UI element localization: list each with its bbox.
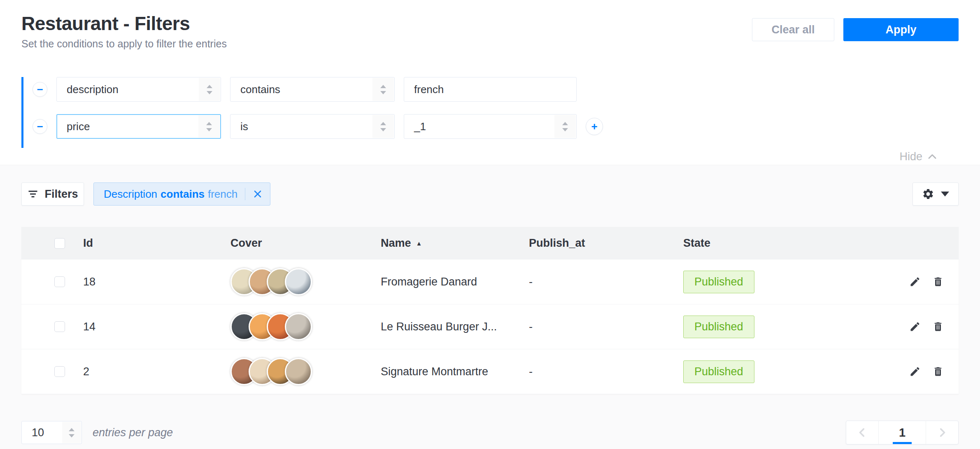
delete-button[interactable] [932,366,944,377]
next-page-button[interactable] [926,421,958,444]
cell-publish-at: - [529,276,683,288]
delete-button[interactable] [932,321,944,332]
delete-button[interactable] [932,276,944,288]
filter-tag-value: french [208,188,237,201]
filter-rows: − description contains − price i [21,77,959,148]
row-checkbox[interactable] [54,321,65,332]
filter-value-select[interactable]: _1 [404,114,577,139]
filter-field-value: description [67,83,119,96]
cell-publish-at: - [529,365,683,378]
column-header-publish-at[interactable]: Publish_at [529,237,683,250]
filter-icon [27,188,39,200]
filter-operator-value: is [240,120,248,133]
remove-filter-button[interactable]: − [33,82,47,97]
edit-button[interactable] [909,321,921,332]
status-badge: Published [683,316,754,338]
trash-icon [932,321,944,332]
add-filter-button[interactable]: + [586,118,603,135]
page-size-select[interactable]: 10 [21,421,82,444]
filters-button-label: Filters [44,188,78,201]
current-page-indicator [893,442,912,444]
row-checkbox[interactable] [54,276,65,287]
filter-field-select[interactable]: description [56,77,221,102]
sort-asc-icon: ▲ [416,240,422,247]
cell-publish-at: - [529,320,683,333]
column-header-name[interactable]: Name ▲ [381,237,529,250]
filter-row: − price is _1 + [33,114,959,139]
pencil-icon [909,366,921,377]
entries-per-page-label: entries per page [93,426,173,439]
chevron-down-icon [941,192,949,196]
cell-cover [230,268,381,295]
gear-icon [922,188,934,200]
column-header-state[interactable]: State [683,237,885,250]
entries-table: Id Cover Name ▲ Publish_at State 18 Fro [21,227,959,394]
cover-image [285,268,312,295]
select-all-checkbox[interactable] [54,238,65,249]
filter-value-input[interactable] [404,77,577,102]
hide-filters-link[interactable]: Hide [899,150,922,163]
filter-operator-value: contains [240,83,280,96]
table-settings-button[interactable] [912,182,959,206]
cell-name: Fromagerie Danard [381,276,529,288]
table-footer: 10 entries per page 1 [21,421,959,444]
select-arrows-icon [198,115,220,138]
chevron-up-icon[interactable] [927,152,937,162]
table-header-row: Id Cover Name ▲ Publish_at State [21,227,959,260]
apply-button[interactable]: Apply [843,18,959,41]
close-icon[interactable] [253,189,263,199]
cell-id: 2 [83,365,230,378]
cell-name: Le Ruisseau Burger J... [381,320,529,333]
filter-tag-operator: contains [161,188,205,201]
tag-divider [245,188,245,200]
status-badge: Published [683,360,754,383]
row-checkbox[interactable] [54,366,65,377]
cover-image [285,313,312,340]
table-row[interactable]: 14 Le Ruisseau Burger J... - Published [21,304,959,349]
chevron-left-icon [857,427,868,438]
minus-icon: − [37,120,43,133]
page-subtitle: Set the conditions to apply to filter th… [21,38,227,50]
current-page[interactable]: 1 [878,421,926,444]
filter-row: − description contains [33,77,959,102]
select-arrows-icon [372,78,394,101]
filter-field-select[interactable]: price [56,114,221,139]
cell-cover [230,313,381,340]
cell-cover [230,358,381,385]
pagination: 1 [846,421,959,444]
page-header: Restaurant - Filters Set the conditions … [0,0,980,50]
filter-value: _1 [414,120,426,133]
cover-image [285,358,312,385]
column-header-cover[interactable]: Cover [230,237,381,250]
pencil-icon [909,276,921,288]
cell-id: 18 [83,276,230,288]
pencil-icon [909,321,921,332]
table-row[interactable]: 18 Fromagerie Danard - Published [21,260,959,304]
clear-all-button[interactable]: Clear all [752,18,834,41]
filter-tag-field: Description [104,188,157,201]
table-row[interactable]: 2 Signature Montmartre - Published [21,349,959,394]
list-view: Filters Description contains french Id C… [0,165,980,449]
filter-operator-select[interactable]: is [230,114,395,139]
select-arrows-icon [62,422,81,443]
filter-operator-select[interactable]: contains [230,77,395,102]
page-title: Restaurant - Filters [21,12,227,35]
column-header-id[interactable]: Id [83,237,230,250]
prev-page-button[interactable] [846,421,878,444]
active-filter-tag[interactable]: Description contains french [93,182,270,206]
toolbar: Filters Description contains french [21,182,959,206]
filter-builder: − description contains − price i [21,77,959,163]
trash-icon [932,366,944,377]
remove-filter-button[interactable]: − [33,119,47,134]
minus-icon: − [37,83,43,96]
trash-icon [932,276,944,288]
edit-button[interactable] [909,276,921,288]
plus-icon: + [591,120,597,133]
select-arrows-icon [372,115,394,138]
filters-button[interactable]: Filters [21,182,84,206]
select-arrows-icon [554,115,576,138]
status-badge: Published [683,271,754,293]
select-arrows-icon [199,78,220,101]
edit-button[interactable] [909,366,921,377]
chevron-right-icon [937,427,947,438]
